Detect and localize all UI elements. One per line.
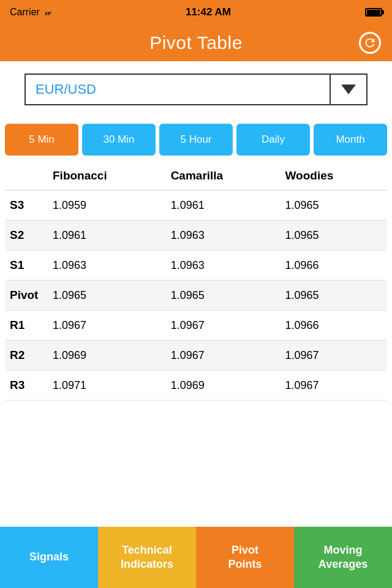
col-header-0 (5, 162, 48, 190)
table-header-row: FibonacciCamarillaWoodies (5, 162, 387, 190)
period-btn-month[interactable]: Month (314, 124, 387, 156)
status-left: Carrier 𝓌 (10, 7, 51, 18)
col-header-3: Woodies (281, 162, 388, 190)
table-row: Pivot1.09651.09651.0965 (5, 281, 387, 311)
page-title: Pivot Table (149, 32, 243, 53)
wifi-icon: 𝓌 (45, 7, 51, 18)
col-header-2: Camarilla (166, 162, 281, 190)
cell-r1-fibonacci: 1.0967 (48, 311, 166, 341)
nav-item-pivot-points[interactable]: Pivot Points (196, 527, 294, 588)
period-btn-30-min[interactable]: 30 Min (82, 124, 156, 156)
bottom-navigation: SignalsTechnical IndicatorsPivot PointsM… (0, 527, 392, 588)
cell-r1-label: R1 (5, 311, 48, 341)
cell-r3-label: R3 (5, 371, 48, 401)
cell-s3-fibonacci: 1.0959 (48, 190, 166, 221)
period-btn-daily[interactable]: Daily (236, 124, 310, 156)
cell-s2-camarilla: 1.0963 (166, 221, 281, 251)
table-row: S21.09611.09631.0965 (5, 221, 387, 251)
cell-r2-label: R2 (5, 341, 48, 371)
currency-section: EUR/USD (0, 61, 392, 111)
refresh-button[interactable] (358, 31, 382, 55)
refresh-icon (359, 32, 381, 54)
carrier-label: Carrier (10, 7, 40, 18)
table-row: S31.09591.09611.0965 (5, 190, 387, 221)
status-right (365, 8, 382, 17)
cell-s3-woodies: 1.0965 (281, 190, 388, 221)
col-header-1: Fibonacci (48, 162, 166, 190)
cell-pivot-camarilla: 1.0965 (166, 281, 281, 311)
table-row: S11.09631.09631.0966 (5, 251, 387, 281)
cell-r1-camarilla: 1.0967 (166, 311, 281, 341)
cell-r2-camarilla: 1.0967 (166, 341, 281, 371)
currency-selector[interactable]: EUR/USD (24, 74, 368, 105)
currency-value: EUR/USD (26, 81, 330, 97)
period-btn-5-hour[interactable]: 5 Hour (159, 124, 233, 156)
cell-r2-woodies: 1.0967 (281, 341, 388, 371)
chevron-down-icon (341, 85, 356, 94)
status-time: 11:42 AM (186, 6, 231, 18)
cell-r1-woodies: 1.0966 (281, 311, 388, 341)
table-row: R11.09671.09671.0966 (5, 311, 387, 341)
nav-item-signals[interactable]: Signals (0, 527, 98, 588)
cell-s1-fibonacci: 1.0963 (48, 251, 166, 281)
cell-pivot-label: Pivot (5, 281, 48, 311)
currency-dropdown-button[interactable] (330, 75, 366, 104)
data-table: FibonacciCamarillaWoodies S31.09591.0961… (5, 162, 387, 401)
cell-pivot-woodies: 1.0965 (281, 281, 388, 311)
cell-r3-woodies: 1.0967 (281, 371, 388, 401)
table-row: R21.09691.09671.0967 (5, 341, 387, 371)
app-header: Pivot Table (0, 24, 392, 61)
cell-s3-camarilla: 1.0961 (166, 190, 281, 221)
table-row: R31.09711.09691.0967 (5, 371, 387, 401)
cell-s2-label: S2 (5, 221, 48, 251)
cell-s2-woodies: 1.0965 (281, 221, 388, 251)
cell-s1-camarilla: 1.0963 (166, 251, 281, 281)
period-selector: 5 Min30 Min5 HourDailyMonth (0, 111, 392, 162)
table-body: S31.09591.09611.0965S21.09611.09631.0965… (5, 190, 387, 401)
cell-r2-fibonacci: 1.0969 (48, 341, 166, 371)
battery-icon (365, 8, 382, 17)
nav-item-moving-averages[interactable]: Moving Averages (294, 527, 392, 588)
cell-s3-label: S3 (5, 190, 48, 221)
nav-item-technical-indicators[interactable]: Technical Indicators (98, 527, 196, 588)
pivot-table: FibonacciCamarillaWoodies S31.09591.0961… (0, 162, 392, 401)
cell-pivot-fibonacci: 1.0965 (48, 281, 166, 311)
cell-s1-label: S1 (5, 251, 48, 281)
cell-s1-woodies: 1.0966 (281, 251, 388, 281)
cell-s2-fibonacci: 1.0961 (48, 221, 166, 251)
period-btn-5-min[interactable]: 5 Min (5, 124, 78, 156)
cell-r3-fibonacci: 1.0971 (48, 371, 166, 401)
status-bar: Carrier 𝓌 11:42 AM (0, 0, 392, 24)
cell-r3-camarilla: 1.0969 (166, 371, 281, 401)
